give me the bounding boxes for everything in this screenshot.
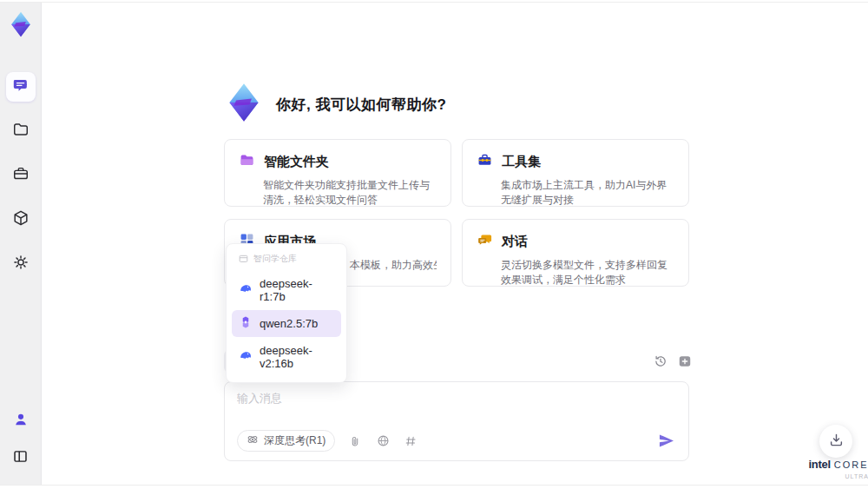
card-title: 智能文件夹: [264, 154, 329, 170]
app-logo-icon: [224, 83, 264, 126]
repository-icon: [239, 254, 248, 265]
chat-icon: [12, 76, 30, 97]
sidebar-nav: [6, 72, 36, 279]
toolbox-icon: [477, 152, 493, 172]
card-title: 对话: [502, 234, 528, 250]
sidebar-item-folders[interactable]: [6, 116, 36, 146]
deep-think-toggle[interactable]: 深度思考(R1): [237, 430, 335, 452]
card-description: 集成市场上主流工具，助力AI与外界无缝扩展与对接: [501, 178, 674, 208]
greeting-title: 你好, 我可以如何帮助你?: [276, 95, 446, 115]
sidebar-item-collapse[interactable]: [6, 443, 36, 472]
intel-core-text: core: [834, 459, 868, 471]
history-icon[interactable]: [653, 354, 668, 369]
model-option-label: qwen2.5:7b: [260, 317, 318, 330]
model-dropdown: 智问学仓库 deepseek-r1:7b qwen2.5:7b: [226, 243, 347, 383]
greeting: 你好, 我可以如何帮助你?: [224, 83, 446, 126]
message-input[interactable]: [237, 391, 671, 426]
download-button[interactable]: [819, 425, 852, 458]
user-icon: [13, 412, 29, 431]
sidebar: [0, 3, 42, 485]
card-description: 灵活切换多模型文件，支持多样回复效果调试，满足个性化需求: [501, 258, 674, 287]
download-icon: [829, 433, 844, 451]
deep-think-label: 深度思考(R1): [264, 433, 326, 448]
composer-toolbar: 深度思考(R1): [237, 430, 676, 452]
qwen-icon: [239, 315, 253, 332]
panel-layout-icon: [12, 448, 29, 468]
chat-composer: 深度思考(R1): [224, 381, 689, 461]
sidebar-item-settings[interactable]: [6, 249, 36, 279]
sidebar-bottom: [6, 406, 36, 472]
card-description: 智能文件夹功能支持批量文件上传与清洗，轻松实现文件问答: [263, 178, 437, 208]
model-option-qwen[interactable]: qwen2.5:7b: [232, 310, 341, 337]
briefcase-icon: [12, 165, 30, 186]
gear-icon: [12, 254, 30, 274]
window-bottom-border: [0, 485, 868, 486]
intel-core-badge: intel core ultra: [805, 458, 868, 482]
card-toolset[interactable]: 工具集 集成市场上主流工具，助力AI与外界无缝扩展与对接: [462, 139, 689, 207]
send-button[interactable]: [655, 432, 676, 451]
attachment-icon[interactable]: [347, 433, 363, 449]
deepseek-icon: [239, 349, 253, 366]
prompt-hash-icon[interactable]: [403, 433, 418, 449]
smart-folder-icon: [239, 152, 255, 172]
folder-icon: [12, 121, 30, 142]
card-dialogue[interactable]: 对话 灵活切换多模型文件，支持多样回复效果调试，满足个性化需求: [462, 219, 689, 287]
model-dropdown-header-label: 智问学仓库: [253, 253, 297, 265]
conversation-actions: [653, 354, 693, 369]
model-option-label: deepseek-v2:16b: [260, 344, 334, 370]
sidebar-item-chat[interactable]: [6, 72, 36, 102]
deepseek-icon: [239, 282, 253, 299]
new-chat-icon[interactable]: [677, 354, 693, 369]
sidebar-item-tools[interactable]: [6, 161, 36, 190]
intel-logo-text: intel: [808, 459, 830, 470]
main-content: 你好, 我可以如何帮助你? 智能文件夹 智能文件夹功能支持批量文件上传与清洗，轻…: [43, 3, 868, 485]
model-option-deepseek-v2[interactable]: deepseek-v2:16b: [232, 339, 341, 375]
cube-icon: [12, 209, 30, 230]
intel-ultra-text: ultra: [805, 471, 868, 482]
web-search-icon[interactable]: [375, 433, 391, 449]
atom-icon: [247, 433, 259, 448]
card-title: 工具集: [502, 154, 541, 170]
sidebar-item-models[interactable]: [6, 205, 36, 235]
dialogue-icon: [477, 232, 493, 252]
model-option-label: deepseek-r1:7b: [260, 277, 334, 303]
sidebar-item-account[interactable]: [6, 406, 36, 436]
model-option-deepseek-r1[interactable]: deepseek-r1:7b: [232, 272, 341, 308]
model-dropdown-header: 智问学仓库: [232, 251, 341, 270]
card-smart-folder[interactable]: 智能文件夹 智能文件夹功能支持批量文件上传与清洗，轻松实现文件问答: [224, 139, 451, 207]
app-logo-icon: [6, 10, 36, 39]
